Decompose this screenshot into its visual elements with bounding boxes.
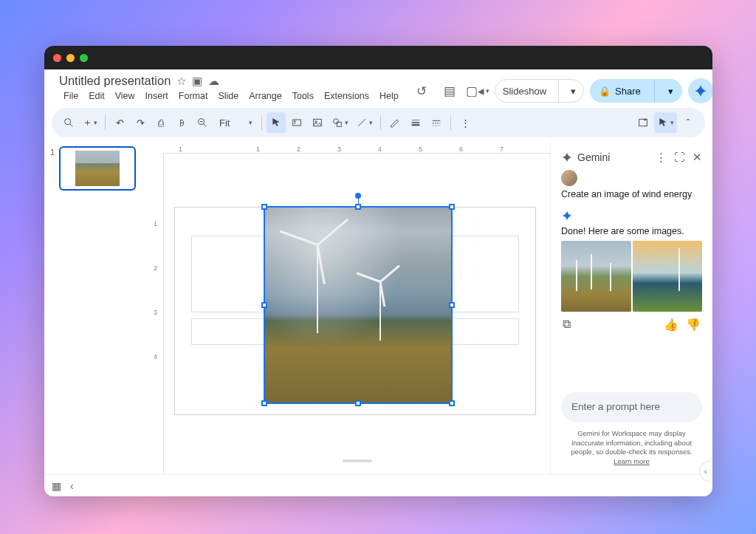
horizontal-ruler[interactable]: 11234567 [164,142,550,154]
thumbs-down-icon[interactable]: 👎 [686,318,701,332]
toolbar: ＋▾ ↶ ↷ ⎙ Ꟈ Fit ▾ ▾ ▾ ⋮ ▾ ˆ [52,108,705,137]
gemini-header: Gemini ⋮ ⛶ ✕ [555,146,708,168]
gemini-close-icon[interactable]: ✕ [693,151,702,164]
title-icons: ☆ ▣ ☁ [176,75,219,88]
redo-icon[interactable]: ↷ [131,112,150,133]
menu-tools[interactable]: Tools [288,89,318,103]
canvas-area: 11234567 1234 [148,142,550,474]
border-color-icon[interactable] [385,112,405,133]
menu-view[interactable]: View [111,89,140,103]
svg-line-1 [70,124,72,126]
menu-file[interactable]: File [59,89,83,103]
textbox-icon[interactable] [287,112,306,133]
menu-format[interactable]: Format [174,89,213,103]
menu-help[interactable]: Help [375,89,403,103]
gemini-spark-icon [561,151,573,163]
gemini-actions: ⧉ 👍 👎 [555,312,708,338]
gemini-disclaimer: Gemini for Workspace may display inaccur… [555,426,708,474]
toolbar-collapse-icon[interactable]: ˆ [678,112,698,133]
resize-handle[interactable] [449,302,455,308]
cloud-status-icon[interactable]: ☁ [208,75,219,88]
line-icon[interactable]: ▾ [353,112,376,133]
share-button[interactable]: 🔒 Share ▾ [590,79,682,103]
gemini-prompt-input[interactable]: Enter a prompt here [561,392,702,422]
new-slide-button[interactable]: ＋▾ [80,112,100,133]
window-minimize-dot[interactable] [66,54,75,62]
gemini-button[interactable] [688,78,712,103]
selected-image[interactable] [264,206,453,404]
zoom-label: Fit [219,117,230,129]
gemini-card: Gemini ⋮ ⛶ ✕ Create an image of wind ene… [555,146,708,474]
gemini-more-icon[interactable]: ⋮ [656,151,667,164]
resize-handle[interactable] [261,204,267,210]
menu-slide[interactable]: Slide [213,89,243,103]
svg-rect-5 [293,120,301,126]
shape-icon[interactable]: ▾ [329,112,351,133]
image-gen-icon[interactable] [633,112,653,133]
resize-handle[interactable] [449,204,455,210]
zoom-out-icon[interactable] [193,112,212,133]
history-icon[interactable]: ↺ [410,80,433,102]
zoom-select[interactable]: Fit ▾ [213,112,257,133]
gemini-expand-icon[interactable]: ⛶ [674,151,685,164]
window-zoom-dot[interactable] [80,54,88,62]
copy-icon[interactable]: ⧉ [563,318,571,332]
gemini-result-image[interactable] [561,241,631,312]
mac-titlebar [44,46,712,69]
menu-insert[interactable]: Insert [141,89,173,103]
undo-icon[interactable]: ↶ [110,112,129,133]
meet-icon[interactable]: ▢◂ ▾ [467,80,489,102]
paint-format-icon[interactable]: Ꟈ [172,112,191,133]
svg-rect-19 [639,119,647,126]
resize-handle[interactable] [261,302,267,308]
side-panel-toggle-icon[interactable]: ‹ [699,461,711,482]
rotate-handle[interactable] [355,193,361,199]
thumbs-up-icon[interactable]: 👍 [664,318,678,332]
speaker-notes-handle[interactable] [343,459,372,462]
resize-handle[interactable] [261,400,267,406]
gemini-result-image[interactable] [633,241,703,312]
learn-more-link[interactable]: Learn more [614,457,650,465]
slide-number: 1 [50,146,55,191]
slide[interactable] [174,207,536,415]
document-title[interactable]: Untitled presentation [59,74,171,88]
prev-slide-icon[interactable]: ‹ [70,480,74,492]
title-block: Untitled presentation ☆ ▣ ☁ File Edit Vi… [59,74,403,103]
canvas-viewport[interactable] [171,160,543,467]
gemini-side-panel: Gemini ⋮ ⛶ ✕ Create an image of wind ene… [550,142,712,474]
slideshow-button[interactable]: Slideshow ▾ [495,79,584,103]
comments-icon[interactable]: ▤ [439,80,461,102]
window-close-dot[interactable] [53,54,61,62]
more-icon[interactable]: ⋮ [456,112,475,133]
thumbnail-image [75,151,120,186]
share-dropdown-icon[interactable]: ▾ [659,79,682,103]
border-weight-icon[interactable] [406,112,425,133]
footer: ▦ ‹ ‹ [44,474,712,496]
explore-icon[interactable]: ▦ [52,480,61,492]
svg-line-4 [204,124,206,126]
placeholder[interactable] [191,318,271,345]
menu-arrange[interactable]: Arrange [244,89,286,103]
image-icon[interactable] [308,112,327,133]
slide-thumbnail[interactable] [59,146,136,191]
menu-extensions[interactable]: Extensions [320,89,374,103]
lock-icon: 🔒 [599,86,611,97]
gemini-image-results [555,241,708,312]
mask-tool-icon[interactable]: ▾ [654,112,677,133]
border-dash-icon[interactable] [427,112,446,133]
resize-handle[interactable] [355,400,361,406]
resize-handle[interactable] [355,204,361,210]
slide-thumbnail-row: 1 [50,146,142,191]
move-folder-icon[interactable]: ▣ [192,75,202,88]
placeholder[interactable] [191,236,271,312]
slideshow-dropdown-icon[interactable]: ▾ [563,80,583,102]
svg-point-10 [334,119,339,124]
search-icon[interactable] [59,112,78,133]
star-icon[interactable]: ☆ [176,75,186,88]
select-tool-icon[interactable] [267,112,286,133]
slideshow-label: Slideshow [495,80,554,102]
vertical-ruler[interactable]: 1234 [148,154,164,474]
menu-edit[interactable]: Edit [84,89,109,103]
print-icon[interactable]: ⎙ [151,112,171,133]
resize-handle[interactable] [449,400,455,406]
